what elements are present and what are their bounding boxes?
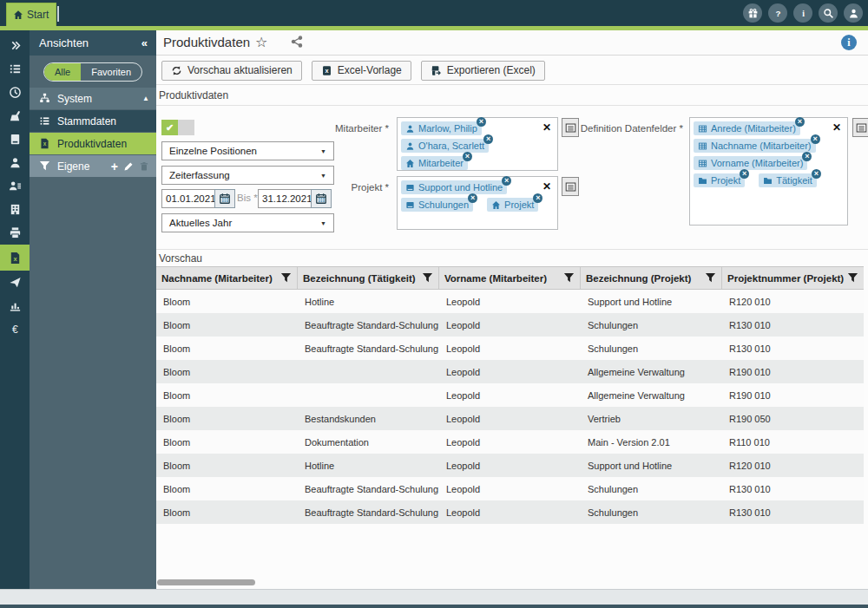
filter-icon[interactable] [280, 272, 292, 284]
rail-person-icon[interactable] [0, 151, 30, 174]
share-icon[interactable] [291, 36, 303, 48]
remove-chip-icon[interactable]: × [811, 134, 820, 144]
remove-chip-icon[interactable]: × [812, 169, 821, 179]
remove-chip-icon[interactable]: × [477, 117, 486, 127]
datenfelder-chip[interactable]: Vorname (Mitarbeiter)× [694, 156, 807, 170]
table-row[interactable]: BloomLeopoldAllgemeine VerwaltungR190 01… [156, 383, 864, 407]
mitarbeiter-chip[interactable]: O'hara, Scarlett× [401, 139, 489, 153]
rail-euro-icon[interactable]: € [0, 317, 30, 341]
table-row[interactable]: BloomBeauftragte Standard-SchulungLeopol… [156, 500, 864, 524]
rail-chevrons-right-icon[interactable] [0, 34, 30, 57]
toggle-alle[interactable]: Alle [44, 63, 81, 81]
user-icon[interactable] [844, 3, 863, 23]
datenfelder-chip[interactable]: Tätigkeit× [759, 173, 817, 187]
table-row[interactable]: BloomDokumentationLeopoldMain - Version … [156, 430, 864, 454]
filter-icon[interactable] [422, 272, 433, 284]
column-header[interactable]: Bezeichnung (Projekt) [581, 267, 722, 289]
datenfelder-picker-button[interactable] [852, 118, 868, 137]
projekt-chip[interactable]: Schulungen× [401, 198, 473, 212]
icon-rail: x€ [0, 30, 30, 589]
tree-item-produktivdaten[interactable]: xProduktivdaten [30, 133, 156, 154]
rail-printer-icon[interactable] [0, 221, 30, 245]
table-row[interactable]: BloomBeauftragte Standard-SchulungLeopol… [156, 337, 864, 360]
toolbar-button-2[interactable]: Exportieren (Excel) [421, 61, 545, 81]
datenfelder-chipbox[interactable]: Anrede (Mitarbeiter)×Nachname (Mitarbeit… [689, 117, 848, 226]
tree-item-eigene[interactable]: Eigene+ [30, 155, 156, 177]
table-cell: Schulungen [581, 313, 722, 337]
filter-icon[interactable] [847, 272, 858, 284]
table-row[interactable]: BloomBestandskundenLeopoldVertriebR190 0… [156, 407, 864, 430]
filter-icon[interactable] [705, 272, 716, 284]
projekt-chip[interactable]: Support und Hotline× [401, 180, 507, 194]
rail-excel-icon[interactable]: x [0, 245, 30, 271]
table-cell: Support und Hotline [581, 290, 722, 313]
remove-chip-icon[interactable]: × [795, 117, 805, 127]
rail-clock-icon[interactable] [0, 81, 30, 104]
table-cell: Allgemeine Verwaltung [581, 383, 722, 407]
datenfelder-chip[interactable]: Nachname (Mitarbeiter)× [694, 139, 816, 153]
table-cell: Leopold [439, 477, 581, 500]
remove-chip-icon[interactable]: × [533, 193, 542, 203]
remove-chip-icon[interactable]: × [740, 169, 749, 179]
search-icon[interactable] [819, 3, 838, 23]
rail-list-icon[interactable] [0, 57, 30, 81]
add-icon[interactable]: + [111, 160, 118, 173]
column-header[interactable]: Bezeichnung (Tätigkeit) [298, 267, 439, 289]
column-header[interactable]: Projektnummer (Projekt) [722, 267, 864, 289]
table-row[interactable]: BloomBeauftragte Standard-SchulungLeopol… [156, 313, 864, 337]
help-icon[interactable]: ? [768, 3, 787, 23]
projekt-chipbox[interactable]: Support und Hotline×Schulungen×Projekt× [397, 176, 558, 230]
filter-icon[interactable] [563, 272, 575, 284]
column-header[interactable]: Vorname (Mitarbeiter) [439, 267, 581, 289]
rail-badge-icon[interactable] [0, 127, 30, 151]
select-positionen[interactable]: Einzelne Positionen▼ [161, 141, 334, 160]
remove-chip-icon[interactable]: × [463, 152, 472, 161]
tree-item-system[interactable]: System▲ [30, 88, 156, 109]
datenfelder-chip[interactable]: Anrede (Mitarbeiter)× [694, 121, 800, 135]
toolbar-button-0[interactable]: Vorschau aktualisieren [161, 61, 302, 81]
table-row[interactable]: BloomHotlineLeopoldSupport und HotlineR1… [156, 454, 864, 477]
collapse-icon[interactable]: « [141, 36, 148, 49]
gift-icon[interactable] [743, 3, 762, 23]
datenfelder-chip[interactable]: Projekt× [694, 173, 745, 187]
mitarbeiter-chip[interactable]: Mitarbeiter× [401, 156, 468, 170]
info-icon[interactable]: i [793, 3, 812, 23]
remove-chip-icon[interactable]: × [802, 152, 812, 161]
toggle-switch[interactable]: ✔ [161, 120, 194, 135]
rail-contacts-icon[interactable] [0, 174, 30, 198]
edit-icon[interactable] [123, 161, 134, 172]
date-from-input[interactable]: 01.01.2021 [161, 189, 215, 208]
table-icon [698, 159, 707, 168]
projekt-picker-button[interactable] [562, 177, 579, 196]
table-row[interactable]: BloomLeopoldAllgemeine VerwaltungR190 01… [156, 360, 864, 383]
mitarbeiter-chip[interactable]: Marlow, Philip× [401, 121, 482, 135]
favorite-star-icon[interactable]: ☆ [255, 34, 267, 50]
info-icon[interactable]: i [841, 35, 857, 50]
calendar-button-from[interactable] [214, 189, 235, 208]
select-zeitraum[interactable]: Aktuelles Jahr▼ [161, 213, 334, 232]
clear-datenfelder-icon[interactable]: ✕ [832, 121, 841, 134]
toolbar-button-1[interactable]: xExcel-Vorlage [312, 61, 411, 81]
rail-send-icon[interactable] [0, 271, 30, 294]
tab-start[interactable]: Start [6, 3, 56, 26]
table-row[interactable]: BloomHotlineLeopoldSupport und HotlineR1… [156, 290, 864, 313]
table-cell: Leopold [439, 313, 581, 337]
rail-building-icon[interactable] [0, 198, 30, 221]
remove-chip-icon[interactable]: × [483, 134, 493, 144]
toggle-favoriten[interactable]: Favoriten [81, 63, 141, 81]
mitarbeiter-chipbox[interactable]: Marlow, Philip×O'hara, Scarlett×Mitarbei… [397, 117, 558, 171]
clear-projekt-icon[interactable]: ✕ [542, 180, 551, 193]
remove-chip-icon[interactable]: × [468, 193, 477, 203]
clear-mitarbeiter-icon[interactable]: ✕ [542, 121, 551, 134]
delete-icon[interactable] [139, 161, 149, 172]
collapse-chevron-icon[interactable]: ▲ [142, 95, 149, 102]
horizontal-scrollbar[interactable] [157, 579, 255, 585]
table-row[interactable]: BloomBeauftragte Standard-SchulungLeopol… [156, 477, 864, 500]
tree-item-stammdaten[interactable]: Stammdaten [30, 110, 156, 132]
remove-chip-icon[interactable]: × [502, 176, 511, 186]
rail-chart-icon[interactable] [0, 294, 30, 317]
person-icon [405, 124, 415, 134]
projekt-chip[interactable]: Projekt× [487, 198, 538, 212]
column-header[interactable]: Nachname (Mitarbeiter) [156, 267, 298, 289]
rail-terminal-icon[interactable] [0, 104, 30, 127]
